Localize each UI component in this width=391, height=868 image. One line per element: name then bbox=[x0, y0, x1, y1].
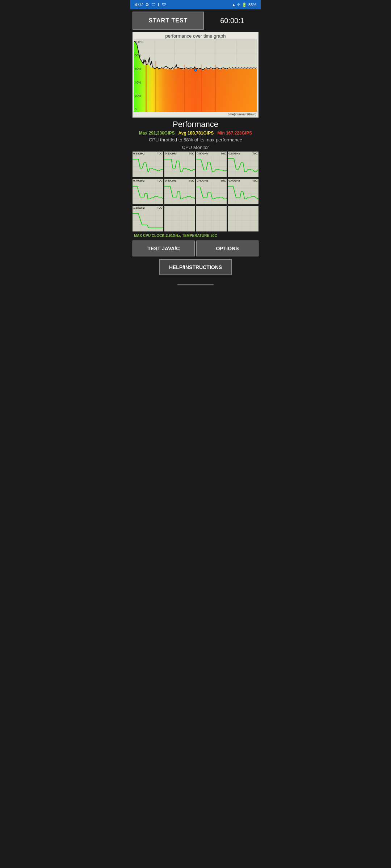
cpu-max-info: MAX CPU CLOCK:2.91GHz, TEMPERATURE:50C bbox=[133, 233, 258, 238]
cpu-mini-graph-3-3 bbox=[196, 210, 227, 231]
cpu-mini-graph-1-4 bbox=[228, 156, 258, 177]
help-button[interactable]: HELP/INSTRUCTIONS bbox=[159, 259, 232, 275]
svg-rect-14 bbox=[134, 39, 257, 112]
time-display: 4:07 bbox=[135, 2, 143, 7]
airplane-icon: ✈ bbox=[237, 3, 240, 7]
perf-max: Max 291,330GIPS bbox=[139, 131, 175, 136]
cpu-mini-graph-3-4 bbox=[228, 210, 258, 231]
cpu-temp-1-1: T0C bbox=[157, 152, 163, 155]
home-bar bbox=[177, 284, 214, 285]
status-left: 4:07 ⚙ 🛡 ℹ 🛡 bbox=[135, 2, 166, 7]
home-indicator bbox=[130, 281, 261, 288]
cpu-freq-1-2: 0.95GHz bbox=[165, 152, 177, 155]
performance-stats: Max 291,330GIPS Avg 188,781GIPS Min 167,… bbox=[133, 131, 258, 136]
cpu-monitor-title: CPU Monitor bbox=[133, 145, 258, 150]
cpu-grid-row1: 0.95GHz T0C bbox=[133, 152, 258, 177]
cpu-grid-row3: 1.55GHz T0C bbox=[133, 206, 258, 231]
shield2-icon: 🛡 bbox=[162, 2, 166, 7]
cpu-cell-1-4: 0.95GHz T0C bbox=[228, 152, 258, 177]
performance-section: Performance Max 291,330GIPS Avg 188,781G… bbox=[133, 120, 258, 142]
status-right: ▲ ✈ 🔋 86% bbox=[232, 3, 256, 7]
cpu-mini-graph-1-3 bbox=[196, 156, 227, 177]
cpu-freq-1-3: 0.95GHz bbox=[197, 152, 209, 155]
cpu-freq-2-4: 0.40GHz bbox=[228, 179, 240, 182]
help-row: HELP/INSTRUCTIONS bbox=[133, 259, 258, 275]
cpu-cell-1-1: 0.95GHz T0C bbox=[133, 152, 163, 177]
cpu-freq-3-1: 1.55GHz bbox=[133, 206, 145, 209]
cpu-temp-2-4: T0C bbox=[252, 179, 258, 182]
cpu-mini-graph-2-3 bbox=[196, 183, 227, 204]
cpu-cell-3-4 bbox=[228, 206, 258, 231]
graph-area: 100% 80% 60% 40% 20% 0 bbox=[134, 39, 257, 112]
cpu-monitor: CPU Monitor 0.95GHz T0C bbox=[133, 145, 258, 238]
cpu-temp-1-4: T0C bbox=[252, 152, 258, 155]
battery-level: 86% bbox=[248, 3, 256, 7]
cpu-grid-row2: 0.40GHz T0C bbox=[133, 179, 258, 204]
battery-icon: 🔋 bbox=[242, 3, 247, 7]
wifi-icon: ▲ bbox=[232, 3, 236, 7]
cpu-cell-3-3 bbox=[196, 206, 227, 231]
cpu-temp-2-3: T0C bbox=[220, 179, 226, 182]
options-button[interactable]: OPTIONS bbox=[196, 241, 258, 256]
cpu-mini-graph-2-2 bbox=[164, 183, 195, 204]
cpu-cell-2-2: 0.40GHz T0C bbox=[164, 179, 195, 204]
performance-title: Performance bbox=[133, 120, 258, 129]
cpu-mini-graph-3-1 bbox=[133, 210, 163, 231]
throttle-text: CPU throttled to 58% of its max performa… bbox=[133, 137, 258, 142]
cpu-mini-graph-3-2 bbox=[164, 210, 195, 231]
bottom-buttons: TEST JAVA/C OPTIONS bbox=[133, 241, 258, 256]
test-java-button[interactable]: TEST JAVA/C bbox=[133, 241, 195, 256]
cpu-freq-1-4: 0.95GHz bbox=[228, 152, 240, 155]
cpu-mini-graph-2-4 bbox=[228, 183, 258, 204]
cpu-freq-2-1: 0.40GHz bbox=[133, 179, 145, 182]
svg-rect-17 bbox=[184, 65, 185, 112]
cpu-freq-2-3: 0.40GHz bbox=[197, 179, 209, 182]
settings-icon: ⚙ bbox=[145, 2, 149, 7]
graph-svg bbox=[134, 39, 257, 112]
cpu-freq-2-2: 0.40GHz bbox=[165, 179, 177, 182]
shield-icon: 🛡 bbox=[151, 2, 156, 7]
time-label: time(interval 10min) bbox=[134, 112, 257, 116]
cpu-temp-2-2: T0C bbox=[189, 179, 194, 182]
cpu-temp-3-4 bbox=[257, 206, 258, 209]
cpu-temp-3-3 bbox=[225, 206, 226, 209]
svg-rect-16 bbox=[155, 61, 156, 112]
svg-rect-19 bbox=[215, 65, 216, 112]
cpu-mini-graph-1-1 bbox=[133, 156, 163, 177]
cpu-temp-2-1: T0C bbox=[157, 179, 163, 182]
svg-point-20 bbox=[194, 69, 197, 71]
perf-avg: Avg 188,781GIPS bbox=[178, 131, 214, 136]
performance-graph-container: performance over time graph 100% 80% 60%… bbox=[133, 32, 258, 118]
perf-min: Min 167,223GIPS bbox=[217, 131, 252, 136]
cpu-temp-1-2: T0C bbox=[189, 152, 194, 155]
status-bar: 4:07 ⚙ 🛡 ℹ 🛡 ▲ ✈ 🔋 86% bbox=[130, 0, 261, 9]
cpu-freq-3-3 bbox=[197, 206, 198, 209]
cpu-cell-2-1: 0.40GHz T0C bbox=[133, 179, 163, 204]
cpu-mini-graph-2-1 bbox=[133, 183, 163, 204]
main-content: START TEST 60:00:1 performance over time… bbox=[130, 9, 261, 281]
timer-display: 60:00:1 bbox=[206, 12, 258, 30]
cpu-cell-1-2: 0.95GHz T0C bbox=[164, 152, 195, 177]
top-row: START TEST 60:00:1 bbox=[133, 12, 258, 30]
cpu-cell-1-3: 0.95GHz T0C bbox=[196, 152, 227, 177]
cpu-freq-3-2 bbox=[165, 206, 166, 209]
cpu-cell-3-2 bbox=[164, 206, 195, 231]
cpu-cell-2-3: 0.40GHz T0C bbox=[196, 179, 227, 204]
cpu-cell-3-1: 1.55GHz T0C bbox=[133, 206, 163, 231]
cpu-temp-3-2 bbox=[193, 206, 194, 209]
cpu-temp-1-3: T0C bbox=[220, 152, 226, 155]
cpu-mini-graph-1-2 bbox=[164, 156, 195, 177]
svg-rect-15 bbox=[146, 61, 147, 112]
info-icon: ℹ bbox=[158, 2, 160, 7]
svg-rect-18 bbox=[201, 65, 202, 112]
cpu-freq-3-4 bbox=[228, 206, 229, 209]
cpu-temp-3-1: T0C bbox=[157, 206, 163, 209]
start-test-button[interactable]: START TEST bbox=[133, 12, 204, 30]
cpu-cell-2-4: 0.40GHz T0C bbox=[228, 179, 258, 204]
cpu-freq-1-1: 0.95GHz bbox=[133, 152, 145, 155]
graph-title: performance over time graph bbox=[134, 33, 257, 39]
